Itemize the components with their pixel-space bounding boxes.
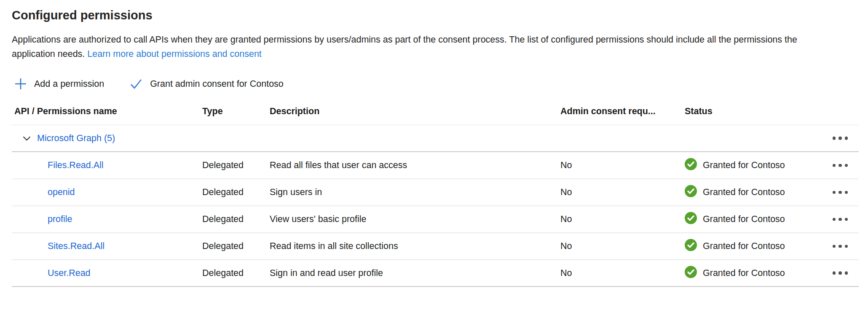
status-badge: Granted for Contoso (685, 185, 822, 200)
admin-consent-required-value: No (560, 214, 685, 225)
table-row: User.Read Delegated Sign in and read use… (12, 260, 859, 287)
ellipsis-icon[interactable] (830, 240, 851, 253)
table-row: profile Delegated View users' basic prof… (12, 206, 859, 233)
table-row: Files.Read.All Delegated Read all files … (12, 152, 859, 179)
plus-icon (14, 78, 27, 90)
granted-check-icon (685, 185, 697, 200)
status-text: Granted for Contoso (703, 187, 785, 198)
ellipsis-icon[interactable] (830, 186, 851, 199)
permission-description: Read items in all site collections (270, 241, 560, 252)
permission-type: Delegated (202, 160, 270, 171)
table-row: Sites.Read.All Delegated Read items in a… (12, 233, 859, 260)
page-title: Configured permissions (12, 8, 857, 22)
api-group-link[interactable]: Microsoft Graph (5) (37, 133, 115, 144)
checkmark-icon (129, 78, 143, 90)
permission-name-link[interactable]: Sites.Read.All (48, 241, 104, 251)
status-badge: Granted for Contoso (685, 239, 822, 254)
granted-check-icon (685, 266, 697, 281)
column-header-api-permissions-name: API / Permissions name (12, 106, 202, 117)
ellipsis-icon[interactable] (830, 131, 851, 145)
permission-description: Read all files that user can access (270, 160, 560, 171)
add-permission-label: Add a permission (34, 79, 104, 89)
status-badge: Granted for Contoso (685, 212, 822, 227)
learn-more-link[interactable]: Learn more about permissions and consent (87, 49, 262, 59)
status-badge: Granted for Contoso (685, 158, 822, 173)
permission-description: Sign in and read user profile (270, 268, 560, 279)
api-group-row-microsoft-graph: Microsoft Graph (5) (12, 125, 859, 152)
admin-consent-required-value: No (560, 187, 685, 198)
configured-permissions-section: Configured permissions Applications are … (0, 0, 868, 287)
permission-description: Sign users in (270, 187, 560, 198)
permission-type: Delegated (202, 187, 270, 198)
ellipsis-icon[interactable] (830, 159, 851, 172)
status-text: Granted for Contoso (703, 160, 785, 171)
chevron-down-icon[interactable] (20, 132, 33, 145)
grant-admin-consent-button[interactable]: Grant admin consent for Contoso (127, 76, 286, 92)
granted-check-icon (685, 158, 697, 173)
permission-description: View users' basic profile (270, 214, 560, 225)
status-text: Granted for Contoso (703, 241, 785, 252)
admin-consent-required-value: No (560, 241, 685, 252)
permission-type: Delegated (202, 241, 270, 252)
admin-consent-required-value: No (560, 268, 685, 279)
column-header-status: Status (685, 106, 822, 117)
add-permission-button[interactable]: Add a permission (12, 76, 107, 92)
description-text: Applications are authorized to call APIs… (12, 32, 831, 61)
ellipsis-icon[interactable] (830, 213, 851, 226)
status-text: Granted for Contoso (703, 268, 785, 279)
commands-toolbar: Add a permission Grant admin consent for… (12, 71, 857, 96)
permission-type: Delegated (202, 268, 270, 279)
permission-name-link[interactable]: Files.Read.All (48, 160, 104, 170)
status-text: Granted for Contoso (703, 214, 785, 225)
permission-name-link[interactable]: User.Read (48, 268, 91, 278)
granted-check-icon (685, 239, 697, 254)
column-header-description: Description (270, 106, 560, 117)
ellipsis-icon[interactable] (830, 266, 851, 280)
permission-name-link[interactable]: openid (48, 187, 75, 197)
status-badge: Granted for Contoso (685, 266, 822, 281)
table-row: openid Delegated Sign users in No Grante… (12, 179, 859, 206)
permission-name-link[interactable]: profile (48, 214, 72, 224)
grant-admin-consent-label: Grant admin consent for Contoso (150, 79, 284, 89)
admin-consent-required-value: No (560, 160, 685, 171)
permission-type: Delegated (202, 214, 270, 225)
granted-check-icon (685, 212, 697, 227)
column-header-admin-consent-required: Admin consent requ... (560, 106, 685, 117)
column-header-type: Type (202, 106, 270, 117)
table-header-row: API / Permissions name Type Description … (12, 98, 859, 125)
permissions-table: API / Permissions name Type Description … (12, 98, 859, 287)
